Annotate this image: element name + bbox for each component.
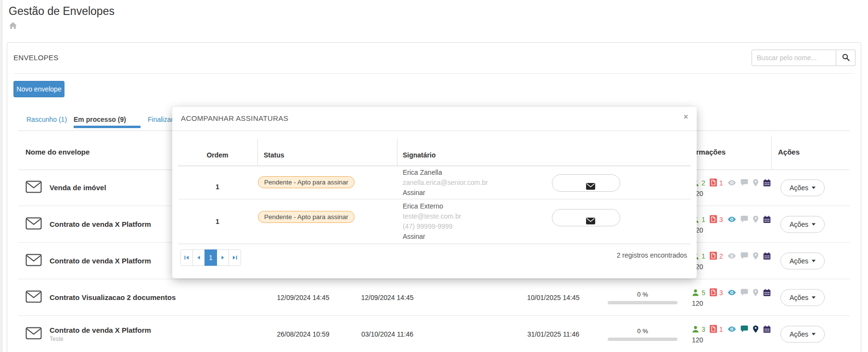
search-group — [752, 50, 855, 66]
calendar-icon — [763, 288, 771, 296]
signer-info: Erica Externo teste@teste.com.br (47) 99… — [403, 201, 461, 242]
envelope-subtitle: Teste — [50, 336, 151, 342]
calendar-icon — [763, 179, 771, 186]
new-envelope-button[interactable]: Novo envelope — [13, 81, 64, 97]
records-found-label: 2 registros encontrados — [617, 251, 687, 259]
table-row: Contrato de venda X PlatformTeste26/08/2… — [18, 316, 850, 352]
resend-email-button[interactable] — [552, 209, 620, 226]
signer-name: Erica Externo — [403, 201, 461, 211]
envelope-name: Contrato de venda X Platform — [50, 220, 151, 228]
column-header-name: Nome do envelope — [26, 148, 89, 156]
breadcrumb-home-icon[interactable] — [9, 22, 17, 29]
modal-column-ordem: Ordem — [204, 151, 231, 159]
modal-row-divider — [178, 199, 691, 199]
documents-count: 2 — [719, 252, 723, 260]
signers-count: 1 — [702, 252, 705, 260]
progress-percent: 0 % — [608, 327, 677, 335]
pdf-document-icon — [710, 288, 717, 297]
progress-bar — [608, 301, 677, 304]
modal-column-separator — [257, 139, 258, 166]
info-cell: 13120 — [692, 215, 771, 234]
pagination-page-1[interactable]: 1 — [204, 249, 217, 266]
calendar-icon — [763, 252, 771, 260]
column-header-actions: Ações — [778, 148, 800, 156]
search-icon — [842, 53, 850, 63]
days-limit: 120 — [692, 189, 771, 197]
eye-icon — [728, 180, 736, 185]
date-expires: 10/01/2025 14:45 — [512, 294, 594, 301]
pagination-first-button[interactable] — [180, 249, 193, 266]
tab-em-processo[interactable]: Em processo (9) — [74, 116, 126, 123]
modal-footer-divider — [178, 244, 691, 244]
left-edge-strip — [0, 0, 2, 352]
row-actions-button[interactable]: Ações — [780, 289, 825, 306]
pagination-last-button[interactable] — [229, 249, 241, 266]
pagination-next-button[interactable] — [217, 249, 229, 266]
modal-column-signatario: Signatário — [403, 151, 435, 159]
row-actions-button[interactable]: Ações — [780, 216, 825, 233]
date-sent: 12/09/2024 14:45 — [346, 294, 428, 301]
envelope-name: Venda de imóvel — [50, 183, 106, 192]
caret-down-icon — [812, 333, 816, 335]
location-pin-icon — [753, 325, 759, 333]
signature-order: 1 — [204, 218, 231, 225]
date-created: 26/08/2024 10:59 — [262, 330, 344, 338]
actions-button-label: Ações — [790, 294, 808, 301]
search-input[interactable] — [752, 50, 836, 66]
tab-finalizado[interactable]: Finalizad — [148, 116, 175, 123]
page-title: Gestão de Envelopes — [9, 5, 115, 18]
actions-button-label: Ações — [790, 221, 808, 228]
signer-action-type: Assinar — [403, 188, 488, 198]
tab-rascunho[interactable]: Rascunho (1) — [26, 116, 67, 123]
progress-indicator: 0 % — [608, 291, 677, 304]
date-expires: 31/01/2025 11:46 — [512, 330, 594, 338]
days-limit: 120 — [692, 336, 771, 343]
envelope-name: Contrato de venda X Platform — [50, 257, 151, 265]
pagination-prev-button[interactable] — [192, 249, 205, 266]
pdf-document-icon — [710, 179, 717, 187]
envelope-name: Contrato de venda X Platform — [50, 326, 151, 334]
comment-icon — [740, 252, 748, 260]
row-actions-button[interactable]: Ações — [780, 252, 825, 269]
info-cell: 21120 — [692, 178, 771, 197]
comment-icon — [740, 179, 748, 186]
acompanhar-assinaturas-modal: ACOMPANHAR ASSINATURAS × Ordem Status Si… — [172, 107, 697, 278]
documents-count: 1 — [719, 325, 723, 333]
days-limit: 120 — [692, 226, 771, 234]
progress-indicator: 0 % — [608, 327, 677, 341]
panel-title: ENVELOPES — [13, 53, 59, 62]
location-pin-icon — [753, 215, 759, 223]
comment-icon — [740, 289, 748, 296]
date-created: 12/09/2024 14:45 — [262, 294, 344, 301]
caret-down-icon — [812, 223, 816, 225]
envelope-icon — [26, 181, 42, 195]
caret-down-icon — [812, 296, 816, 299]
progress-bar — [608, 338, 677, 341]
envelope-name-cell: Contrato de venda X Platform — [26, 254, 151, 268]
documents-count: 1 — [719, 179, 723, 186]
days-limit: 120 — [692, 262, 771, 270]
eye-icon — [728, 216, 736, 222]
search-button[interactable] — [836, 50, 855, 66]
calendar-icon — [763, 325, 771, 333]
signers-count: 5 — [702, 288, 705, 296]
envelope-icon — [26, 254, 42, 268]
caret-down-icon — [812, 186, 816, 189]
date-sent: 03/10/2024 11:46 — [346, 330, 428, 338]
signer-email: zanella.erica@senior.com.br — [403, 178, 488, 188]
status-badge: Pendente - Apto para assinar — [258, 211, 355, 223]
signer-phone: (47) 99999-9999 — [403, 222, 461, 232]
progress-percent: 0 % — [608, 291, 677, 298]
actions-button-label: Ações — [790, 257, 808, 265]
location-pin-icon — [753, 252, 759, 260]
days-limit: 120 — [692, 299, 771, 307]
signer-action-type: Assinar — [403, 232, 461, 242]
resend-email-button[interactable] — [552, 174, 620, 192]
row-actions-button[interactable]: Ações — [780, 179, 825, 196]
signers-count: 2 — [702, 179, 705, 186]
row-actions-button[interactable]: Ações — [780, 326, 825, 342]
envelope-icon — [26, 290, 42, 305]
close-icon[interactable]: × — [684, 113, 688, 121]
info-cell: 53120 — [692, 288, 771, 307]
signers-icon — [692, 325, 699, 333]
